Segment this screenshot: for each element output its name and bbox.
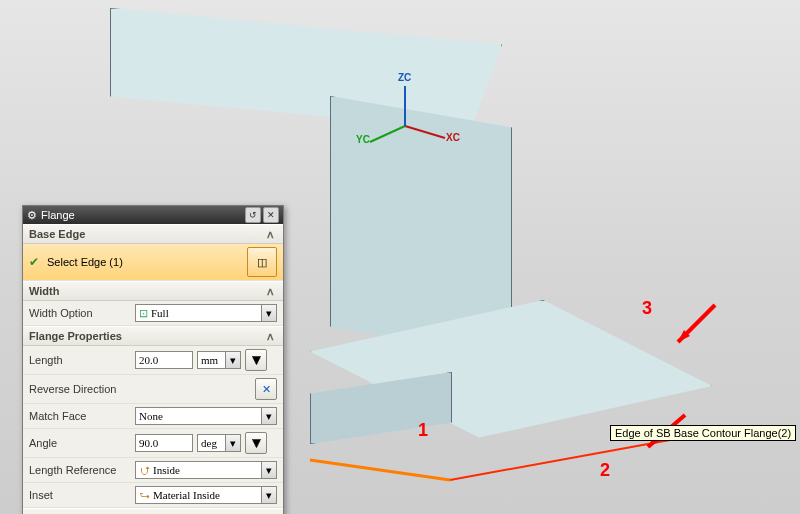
match-face-label: Match Face bbox=[29, 410, 131, 422]
annotation-3: 3 bbox=[642, 298, 652, 319]
selection-scope-button[interactable]: ◫ bbox=[247, 247, 277, 277]
dialog-reset-button[interactable]: ↺ bbox=[245, 207, 261, 223]
length-reference-value: Inside bbox=[153, 464, 261, 476]
inset-value: Material Inside bbox=[153, 489, 261, 501]
annotation-2: 2 bbox=[600, 460, 610, 481]
width-option-combo[interactable]: ⊡ Full ▾ bbox=[135, 304, 277, 322]
inset-row: Inset ⮑ Material Inside ▾ bbox=[23, 483, 283, 508]
checkmark-icon: ✔ bbox=[29, 255, 39, 269]
angle-unit-combo[interactable]: deg ▾ bbox=[197, 434, 241, 452]
full-icon: ⊡ bbox=[139, 307, 148, 320]
length-reference-label: Length Reference bbox=[29, 464, 131, 476]
chevron-up-icon: ʌ bbox=[263, 329, 277, 343]
inset-combo[interactable]: ⮑ Material Inside ▾ bbox=[135, 486, 277, 504]
width-option-row: Width Option ⊡ Full ▾ bbox=[23, 301, 283, 326]
length-row: Length mm ▾ ⯆ bbox=[23, 346, 283, 375]
spin-icon: ⯆ bbox=[251, 354, 262, 366]
length-reference-row: Length Reference ⮍ Inside ▾ bbox=[23, 458, 283, 483]
material-inside-icon: ⮑ bbox=[139, 489, 150, 501]
section-label: Width bbox=[29, 285, 59, 297]
cube-icon: ◫ bbox=[257, 256, 267, 269]
angle-spin-button[interactable]: ⯆ bbox=[245, 432, 267, 454]
select-edge-row[interactable]: ✔ Select Edge (1) ◫ bbox=[23, 244, 283, 281]
angle-label: Angle bbox=[29, 437, 131, 449]
angle-row: Angle deg ▾ ⯆ bbox=[23, 429, 283, 458]
triad-z-label: ZC bbox=[398, 72, 411, 83]
svg-line-0 bbox=[310, 460, 450, 480]
edge-tooltip: Edge of SB Base Contour Flange(2) bbox=[610, 425, 796, 441]
chevron-up-icon: ʌ bbox=[263, 227, 277, 241]
section-header-base-edge[interactable]: Base Edge ʌ bbox=[23, 224, 283, 244]
dialog-titlebar[interactable]: ⚙ Flange ↺ ✕ bbox=[23, 206, 283, 224]
dialog-title-text: Flange bbox=[41, 209, 243, 221]
section-label: Base Edge bbox=[29, 228, 85, 240]
width-option-label: Width Option bbox=[29, 307, 131, 319]
section-header-width[interactable]: Width ʌ bbox=[23, 281, 283, 301]
view-triad: XC YC ZC bbox=[350, 76, 460, 156]
match-face-row: Match Face None ▾ bbox=[23, 404, 283, 429]
section-collapse-bar[interactable]: v bbox=[23, 508, 283, 514]
length-unit-combo[interactable]: mm ▾ bbox=[197, 351, 241, 369]
match-face-combo[interactable]: None ▾ bbox=[135, 407, 277, 425]
angle-unit-value: deg bbox=[201, 437, 225, 449]
width-option-value: Full bbox=[151, 307, 261, 319]
section-label: Flange Properties bbox=[29, 330, 122, 342]
length-spin-button[interactable]: ⯆ bbox=[245, 349, 267, 371]
chevron-up-icon: ʌ bbox=[263, 284, 277, 298]
flange-dialog: ⚙ Flange ↺ ✕ Base Edge ʌ ✔ Select Edge (… bbox=[22, 205, 284, 514]
svg-line-3 bbox=[370, 126, 405, 142]
annotation-1: 1 bbox=[418, 420, 428, 441]
spin-icon: ⯆ bbox=[251, 437, 262, 449]
triad-x-label: XC bbox=[446, 132, 460, 143]
chevron-down-icon: ▾ bbox=[225, 352, 240, 368]
match-face-value: None bbox=[139, 410, 261, 422]
triad-y-label: YC bbox=[356, 134, 370, 145]
reverse-direction-row: Reverse Direction ✕ bbox=[23, 375, 283, 404]
angle-input[interactable] bbox=[135, 434, 193, 452]
inside-icon: ⮍ bbox=[139, 464, 150, 476]
chevron-down-icon: ▾ bbox=[261, 305, 276, 321]
inset-label: Inset bbox=[29, 489, 131, 501]
gear-icon: ⚙ bbox=[27, 209, 37, 222]
chevron-down-icon: ▾ bbox=[225, 435, 240, 451]
svg-line-2 bbox=[405, 126, 445, 138]
select-edge-label: Select Edge (1) bbox=[47, 256, 243, 268]
reverse-direction-button[interactable]: ✕ bbox=[255, 378, 277, 400]
dialog-close-button[interactable]: ✕ bbox=[263, 207, 279, 223]
chevron-down-icon: ▾ bbox=[261, 408, 276, 424]
chevron-down-icon: ▾ bbox=[261, 487, 276, 503]
length-input[interactable] bbox=[135, 351, 193, 369]
length-label: Length bbox=[29, 354, 131, 366]
reverse-direction-label: Reverse Direction bbox=[29, 383, 251, 395]
length-reference-combo[interactable]: ⮍ Inside ▾ bbox=[135, 461, 277, 479]
length-unit-value: mm bbox=[201, 354, 225, 366]
reverse-icon: ✕ bbox=[262, 383, 271, 396]
annotation-arrow-3 bbox=[660, 300, 720, 360]
section-header-flange-properties[interactable]: Flange Properties ʌ bbox=[23, 326, 283, 346]
chevron-down-icon: ▾ bbox=[261, 462, 276, 478]
